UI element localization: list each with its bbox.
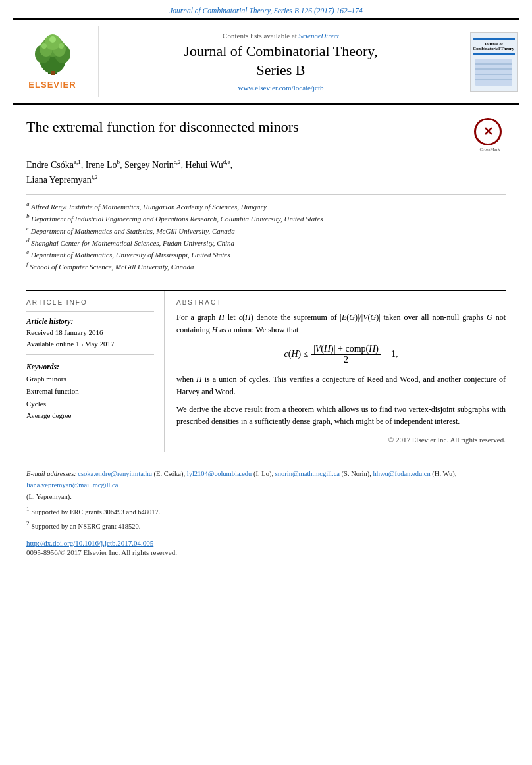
footnote-2: 2 Supported by an NSERC grant 418520. [26,519,506,532]
author-5: Liana Yepremyan [26,175,92,185]
crossmark-circle: ✕ [474,118,502,145]
received-date: Received 18 January 2016 [26,327,154,338]
affiliation-c: c Department of Mathematics and Statisti… [26,224,506,236]
doi-link[interactable]: http://dx.doi.org/10.1016/j.jctb.2017.04… [26,539,153,547]
two-col-layout: ARTICLE INFO Article history: Received 1… [26,290,506,452]
abstract-formula: c(H) ≤ |V(H)| + comp(H) 2 − 1, [176,344,506,365]
keyword-1: Graph minors [26,373,154,385]
affiliation-f: f School of Computer Science, McGill Uni… [26,260,506,272]
doi-link-line: http://dx.doi.org/10.1016/j.jctb.2017.04… [26,539,506,547]
affiliations: a Alfred Renyi Institute of Mathematics,… [26,194,506,272]
journal-main-title: Journal of Combinatorial Theory, Series … [184,42,378,80]
abstract-col: ABSTRACT For a graph H let c(H) denote t… [165,291,506,452]
svg-point-9 [59,43,64,49]
elsevier-label: ELSEVIER [28,80,76,90]
available-date: Available online 15 May 2017 [26,338,154,350]
divider-2 [26,354,154,355]
author-2-sup: b [117,159,120,165]
abstract-text-1: For a graph H let c(H) denote the suprem… [176,311,506,336]
footnote-1-text: Supported by ERC grants 306493 and 64801… [31,508,160,515]
crossmark-badge[interactable]: ✕ CrossMark [474,118,506,149]
header-section: ELSEVIER Contents lists available at Sci… [13,18,519,105]
author-4-sup: d,e [223,159,230,165]
affiliation-e: e Department of Mathematics, University … [26,248,506,260]
abstract-text-2: when H is a union of cycles. This verifi… [176,373,506,398]
bottom-divider [26,462,506,462]
keywords-header: Keywords: [26,363,154,371]
author-2: Irene Lo [86,160,117,170]
author-5-sup: f,2 [92,174,98,180]
affiliation-d: d Shanghai Center for Mathematical Scien… [26,236,506,248]
journal-title-area: Contents lists available at ScienceDirec… [99,26,463,97]
svg-rect-11 [51,71,55,75]
page-container: Journal of Combinatorial Theory, Series … [0,0,532,765]
crossmark-label: CrossMark [474,147,506,152]
email-footnote-cont: (L. Yepremyan). [26,492,506,503]
email-link-4[interactable]: hhwu@fudan.edu.cn [373,470,430,477]
issn-line: 0095-8956/© 2017 Elsevier Inc. All right… [26,548,506,556]
crossmark-icon: ✕ [483,124,493,139]
elsevier-tree-icon [23,34,82,77]
keyword-2: Extremal function [26,385,154,398]
author-3-sup: c,2 [174,159,181,165]
email-link-3[interactable]: snorin@math.mcgill.ca [275,470,340,477]
author-4: Hehui Wu [186,160,223,170]
journal-cover-area: Journal of Combinatorial Theory [463,26,519,97]
publisher-logo: ELSEVIER [13,26,99,97]
affiliation-a: a Alfred Renyi Institute of Mathematics,… [26,200,506,212]
email-link-1[interactable]: csoka.endre@renyi.mta.hu [78,470,152,477]
keyword-4: Average degree [26,409,154,422]
citation-text: Journal of Combinatorial Theory, Series … [169,7,363,14]
article-info-col: ARTICLE INFO Article history: Received 1… [26,291,165,452]
email-footnote: E-mail addresses: csoka.endre@renyi.mta.… [26,469,506,491]
doi-section: http://dx.doi.org/10.1016/j.jctb.2017.04… [0,534,532,563]
title-row: The extremal function for disconnected m… [26,118,506,149]
article-title: The extremal function for disconnected m… [26,118,464,137]
svg-point-8 [41,43,47,49]
footnote-2-text: Supported by an NSERC grant 418520. [31,523,140,530]
divider-1 [26,311,154,312]
abstract-text-3: We derive the above result from a theore… [176,404,506,428]
keyword-3: Cycles [26,398,154,410]
abstract-copyright: © 2017 Elsevier Inc. All rights reserved… [176,436,506,444]
svg-point-10 [49,36,56,43]
article-info-header: ARTICLE INFO [26,299,154,306]
author-1-sup: a,1 [74,159,81,165]
affiliation-b: b Department of Industrial Engineering a… [26,212,506,224]
author-1: Endre Csóka [26,160,74,170]
abstract-header: ABSTRACT [176,299,506,306]
footnotes-section: E-mail addresses: csoka.endre@renyi.mta.… [0,469,532,533]
article-section: The extremal function for disconnected m… [0,105,532,278]
journal-cover-thumbnail: Journal of Combinatorial Theory [470,32,518,92]
journal-url[interactable]: www.elsevier.com/locate/jctb [238,84,323,92]
authors-line: Endre Csókaa,1, Irene Lob, Sergey Norinc… [26,157,506,188]
sciencedirect-link[interactable]: ScienceDirect [299,32,339,40]
author-3: Sergey Norin [124,160,174,170]
footnote-1: 1 Supported by ERC grants 306493 and 648… [26,504,506,517]
sciencedirect-line: Contents lists available at ScienceDirec… [223,32,339,40]
email-link-5[interactable]: liana.yepremyan@mail.mcgill.ca [26,481,118,488]
article-history-header: Article history: [26,317,154,325]
top-citation: Journal of Combinatorial Theory, Series … [0,0,532,18]
email-link-2[interactable]: lyl2104@columbia.edu [187,470,252,477]
svg-rect-12 [475,59,512,86]
